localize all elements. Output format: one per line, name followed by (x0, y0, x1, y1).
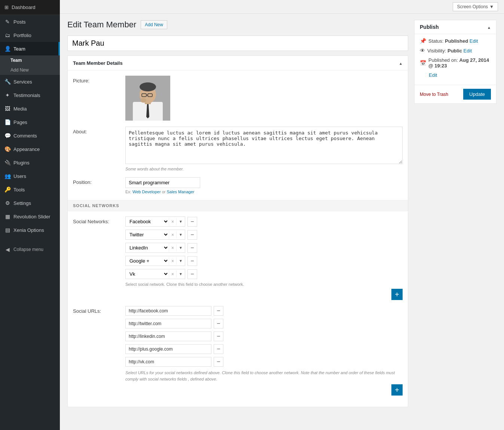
sidebar-item-team-all[interactable]: Team (0, 55, 60, 65)
url-row-googleplus: − (125, 344, 403, 354)
sidebar-item-tools[interactable]: 🔑 Tools (0, 183, 60, 196)
linkedin-remove-button[interactable]: − (187, 243, 197, 253)
publish-visibility-row: 👁 Visibility: Public Edit (420, 48, 491, 54)
facebook-url-remove-button[interactable]: − (214, 306, 223, 316)
svg-point-4 (140, 82, 156, 91)
facebook-select-wrapper: Facebook Twitter LinkedIn Google + Vk × … (125, 216, 185, 227)
facebook-select-dropdown[interactable]: ▼ (176, 218, 185, 225)
facebook-select-clear[interactable]: × (169, 218, 176, 226)
member-photo[interactable] (125, 76, 170, 121)
add-social-url-row: + (125, 384, 403, 396)
sidebar-item-xenia-options[interactable]: ▤ Xenia Options (0, 223, 60, 237)
sidebar-item-services[interactable]: 🔧 Services (0, 75, 60, 88)
twitter-url-input[interactable] (125, 319, 211, 328)
sidebar-item-pages[interactable]: 📄 Pages (0, 115, 60, 129)
vk-select-clear[interactable]: × (169, 270, 176, 278)
appearance-icon: 🎨 (4, 146, 10, 152)
dashboard-item[interactable]: ⊞ Dashboard (0, 0, 60, 15)
googleplus-select-wrapper: Facebook Twitter LinkedIn Google + Vk × … (125, 256, 185, 266)
sidebar-item-appearance[interactable]: 🎨 Appearance (0, 142, 60, 156)
sidebar: ⊞ Dashboard ✎ Posts 🗂 Portfolio 👤 Team T… (0, 0, 60, 430)
vk-url-input[interactable] (125, 357, 211, 367)
visibility-icon: 👁 (420, 48, 425, 54)
social-networks-content: Facebook Twitter LinkedIn Google + Vk × … (125, 216, 403, 300)
googleplus-remove-button[interactable]: − (187, 256, 197, 266)
about-content: Pellentesque luctus ac lorem id luctus a… (125, 127, 403, 171)
url-row-vk: − (125, 357, 403, 367)
sidebar-collapse-menu[interactable]: ◀ Collapse menu (0, 243, 60, 256)
picture-field-row: Picture: (73, 76, 403, 121)
googleplus-select-dropdown[interactable]: ▼ (176, 257, 185, 264)
about-textarea[interactable]: Pellentesque luctus ac lorem id luctus a… (125, 127, 403, 164)
status-icon: 📌 (420, 38, 426, 44)
googleplus-select[interactable]: Facebook Twitter LinkedIn Google + Vk (126, 256, 169, 266)
testimonials-icon: ✦ (4, 92, 10, 98)
publish-meta-box: Publish 📌 Status: Published Edit (414, 20, 497, 104)
linkedin-url-input[interactable] (125, 331, 211, 341)
social-network-row-twitter: Facebook Twitter LinkedIn Google + Vk × … (125, 230, 403, 240)
facebook-select[interactable]: Facebook Twitter LinkedIn Google + Vk (126, 217, 169, 226)
add-new-button[interactable]: Add New (141, 20, 167, 29)
screen-options-button[interactable]: Screen Options ▼ (453, 2, 498, 11)
visibility-edit-link[interactable]: Edit (464, 48, 472, 54)
googleplus-url-remove-button[interactable]: − (214, 344, 223, 354)
position-input[interactable] (125, 177, 200, 188)
facebook-url-input[interactable] (125, 306, 211, 316)
social-network-row-linkedin: Facebook Twitter LinkedIn Google + Vk × … (125, 243, 403, 253)
twitter-remove-button[interactable]: − (187, 230, 197, 240)
publish-footer: Move to Trash Update (415, 85, 496, 103)
social-network-row-googleplus: Facebook Twitter LinkedIn Google + Vk × … (125, 256, 403, 266)
sidebar-item-media[interactable]: 🖼 Media (0, 102, 60, 115)
sidebar-item-posts[interactable]: ✎ Posts (0, 15, 60, 28)
plugins-icon: 🔌 (4, 160, 10, 166)
vk-select-dropdown[interactable]: ▼ (176, 270, 185, 278)
position-hint-link2[interactable]: Sales Manager (167, 190, 195, 194)
googleplus-select-clear[interactable]: × (169, 257, 176, 265)
sidebar-item-users[interactable]: 👥 Users (0, 169, 60, 183)
vk-url-remove-button[interactable]: − (214, 357, 223, 367)
services-icon: 🔧 (4, 79, 10, 85)
position-content: Ex: Web Developer or Sales Manager (125, 177, 403, 194)
move-to-trash-link[interactable]: Move to Trash (420, 92, 448, 97)
about-label: About: (73, 127, 125, 171)
linkedin-select-clear[interactable]: × (169, 244, 176, 252)
twitter-select[interactable]: Facebook Twitter LinkedIn Google + Vk (126, 230, 169, 239)
sidebar-item-portfolio[interactable]: 🗂 Portfolio (0, 28, 60, 42)
calendar-icon: 📅 (420, 60, 426, 66)
team-member-details-box: Team Member Details Picture: (67, 55, 408, 407)
vk-remove-button[interactable]: − (187, 269, 197, 279)
sidebar-item-settings[interactable]: ⚙ Settings (0, 196, 60, 210)
team-member-details-header[interactable]: Team Member Details (68, 56, 408, 70)
topbar: Screen Options ▼ (60, 0, 504, 14)
twitter-select-dropdown[interactable]: ▼ (176, 231, 185, 238)
member-name-input[interactable] (67, 36, 408, 51)
linkedin-url-remove-button[interactable]: − (214, 331, 223, 341)
published-date-edit-link[interactable]: Edit (429, 72, 437, 78)
publish-toggle-icon[interactable] (487, 24, 491, 30)
sidebar-item-plugins[interactable]: 🔌 Plugins (0, 156, 60, 169)
linkedin-select-dropdown[interactable]: ▼ (176, 244, 185, 251)
facebook-remove-button[interactable]: − (187, 217, 197, 227)
status-edit-link[interactable]: Edit (470, 38, 478, 44)
social-urls-hint: Select URLs for your social networks def… (125, 370, 403, 382)
position-hint-link1[interactable]: Web Developer (132, 190, 161, 194)
sidebar-item-team[interactable]: 👤 Team (0, 42, 60, 55)
team-icon: 👤 (4, 46, 10, 52)
vk-select[interactable]: Facebook Twitter LinkedIn Google + Vk (126, 269, 169, 279)
googleplus-url-input[interactable] (125, 344, 211, 354)
add-social-url-button[interactable]: + (391, 384, 403, 396)
team-submenu: Team Add New (0, 55, 60, 75)
tools-icon: 🔑 (4, 187, 10, 193)
sidebar-item-comments[interactable]: 💬 Comments (0, 129, 60, 142)
twitter-select-clear[interactable]: × (169, 231, 176, 239)
social-networks-hint: Select social network. Clone this field … (125, 282, 403, 287)
twitter-url-remove-button[interactable]: − (214, 319, 223, 328)
linkedin-select-wrapper: Facebook Twitter LinkedIn Google + Vk × … (125, 243, 185, 253)
linkedin-select[interactable]: Facebook Twitter LinkedIn Google + Vk (126, 243, 169, 252)
add-social-network-button[interactable]: + (391, 289, 403, 300)
sidebar-item-testimonials[interactable]: ✦ Testimonials (0, 88, 60, 102)
sidebar-item-team-add-new[interactable]: Add New (0, 65, 60, 75)
sidebar-item-revolution-slider[interactable]: ▦ Revolution Slider (0, 210, 60, 223)
update-button[interactable]: Update (463, 89, 491, 100)
social-urls-content: − − − (125, 306, 403, 396)
